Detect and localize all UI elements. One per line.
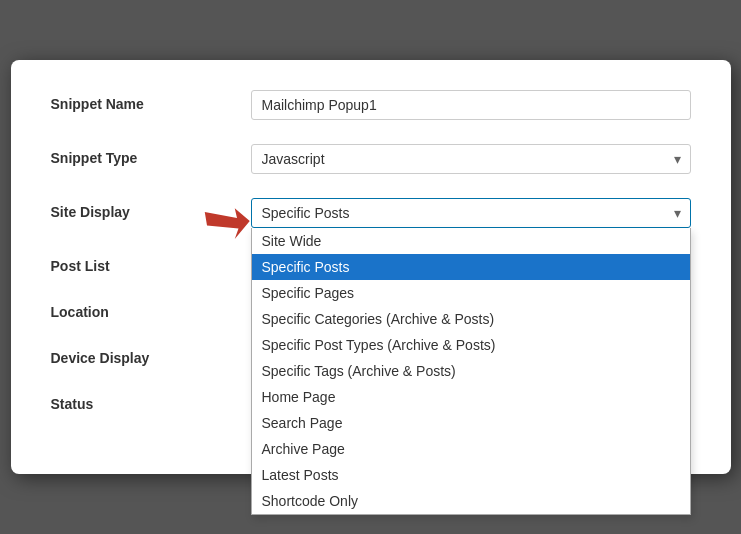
dropdown-item[interactable]: Specific Pages [252,280,690,306]
site-display-dropdown: Site WideSpecific PostsSpecific PagesSpe… [251,228,691,515]
dropdown-item[interactable]: Shortcode Only [252,488,690,514]
snippet-name-control [251,90,691,120]
site-display-control: Specific Posts ▾ Site WideSpecific Posts… [251,198,691,228]
site-display-row: Site Display Specific Posts ▾ Site WideS… [51,198,691,228]
location-label: Location [51,298,251,320]
snippet-type-label: Snippet Type [51,144,251,166]
dropdown-item[interactable]: Search Page [252,410,690,436]
dropdown-item[interactable]: Home Page [252,384,690,410]
dropdown-item[interactable]: Specific Categories (Archive & Posts) [252,306,690,332]
snippet-name-row: Snippet Name [51,90,691,120]
snippet-type-control: Javascript [251,144,691,174]
snippet-name-label: Snippet Name [51,90,251,112]
dropdown-item[interactable]: Specific Tags (Archive & Posts) [252,358,690,384]
snippet-type-select[interactable]: Javascript [251,144,691,174]
device-display-label: Device Display [51,344,251,366]
site-display-select[interactable]: Specific Posts [251,198,691,228]
dropdown-item[interactable]: Site Wide [252,228,690,254]
snippet-type-row: Snippet Type Javascript [51,144,691,174]
dropdown-item[interactable]: Archive Page [252,436,690,462]
dropdown-item[interactable]: Latest Posts [252,462,690,488]
dropdown-item[interactable]: Specific Post Types (Archive & Posts) [252,332,690,358]
form-window: Snippet Name Snippet Type Javascript Sit… [11,60,731,474]
post-list-label: Post List [51,252,251,274]
site-display-label: Site Display [51,198,251,220]
snippet-name-input[interactable] [251,90,691,120]
dropdown-item[interactable]: Specific Posts [252,254,690,280]
status-label: Status [51,390,251,412]
